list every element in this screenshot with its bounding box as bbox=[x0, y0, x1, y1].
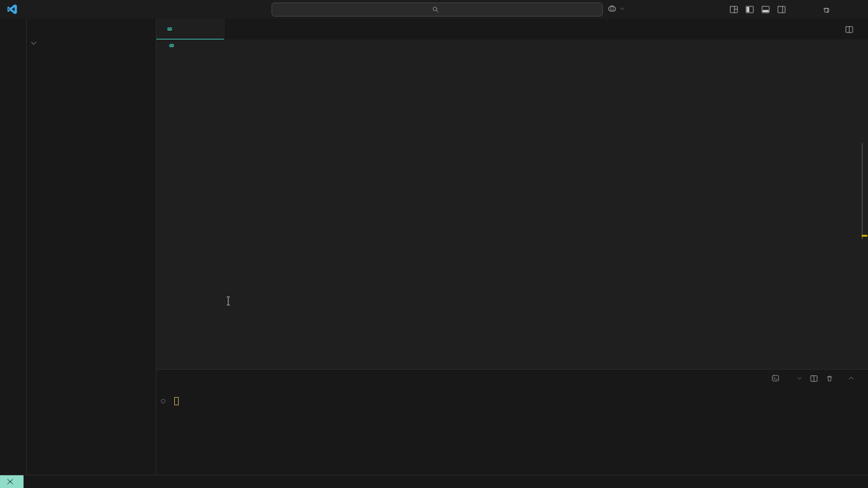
chevron-down-icon bbox=[619, 6, 625, 11]
text-cursor-pointer bbox=[225, 296, 231, 306]
vscode-window: GO GO bbox=[0, 0, 868, 488]
explorer-root-folder[interactable] bbox=[27, 36, 156, 50]
explorer-sidebar bbox=[27, 19, 156, 475]
nav-history bbox=[238, 0, 248, 19]
toggle-panel-icon[interactable] bbox=[761, 4, 771, 15]
editor-tab-bar: GO bbox=[156, 19, 868, 39]
chevron-down-icon bbox=[29, 39, 38, 48]
customize-layout-icon[interactable] bbox=[729, 4, 739, 15]
go-file-icon: GO bbox=[166, 43, 177, 48]
layout-controls bbox=[729, 0, 787, 19]
status-bar bbox=[0, 475, 868, 488]
copilot-button[interactable] bbox=[607, 3, 625, 14]
split-editor-icon[interactable] bbox=[844, 25, 854, 34]
overview-ruler-mark bbox=[862, 235, 867, 237]
editor-group: GO GO bbox=[156, 19, 868, 475]
bash-icon bbox=[771, 374, 780, 382]
close-window-button[interactable] bbox=[840, 0, 868, 19]
go-file-icon: GO bbox=[164, 27, 175, 32]
terminal-instance[interactable] bbox=[771, 374, 783, 382]
launch-profile-chevron-icon[interactable] bbox=[797, 375, 803, 381]
scrollbar[interactable] bbox=[862, 143, 863, 239]
minimize-button[interactable] bbox=[784, 0, 812, 19]
remote-icon bbox=[6, 478, 14, 485]
copilot-icon bbox=[607, 3, 617, 14]
command-center-search[interactable] bbox=[272, 3, 603, 17]
code-editor[interactable] bbox=[156, 52, 868, 369]
breadcrumb[interactable]: GO bbox=[156, 39, 868, 52]
toggle-primary-sidebar-icon[interactable] bbox=[745, 4, 755, 15]
tab-main-go[interactable]: GO bbox=[156, 19, 224, 39]
activity-bar bbox=[0, 19, 27, 475]
terminal-prompt-line[interactable] bbox=[161, 397, 179, 405]
split-terminal-icon[interactable] bbox=[809, 374, 818, 383]
bottom-panel bbox=[156, 369, 868, 475]
vscode-logo-icon bbox=[7, 4, 18, 15]
kill-terminal-icon[interactable] bbox=[825, 374, 834, 382]
remote-indicator[interactable] bbox=[0, 475, 24, 488]
search-icon bbox=[432, 6, 439, 13]
minimap[interactable] bbox=[806, 53, 827, 83]
terminal-cursor bbox=[174, 397, 179, 405]
maximize-panel-icon[interactable] bbox=[848, 375, 855, 382]
title-bar bbox=[0, 0, 868, 19]
restore-button[interactable] bbox=[812, 0, 840, 19]
command-decoration-icon bbox=[161, 399, 165, 403]
